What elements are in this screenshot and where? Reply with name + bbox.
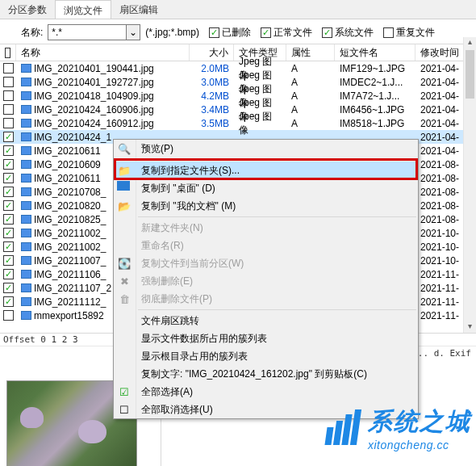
exif-text: .. d. Exif <box>418 348 471 359</box>
hdr-name[interactable]: 名称 <box>16 44 190 61</box>
chk-normal[interactable]: ✓正常文件 <box>261 26 312 40</box>
file-name: IMG_20210820_ <box>34 200 106 212</box>
trash-icon: 🗑 <box>117 292 132 306</box>
hdr-check[interactable] <box>0 44 16 61</box>
file-attr: A <box>286 63 335 74</box>
ctx-show-root-cluster[interactable]: 显示根目录占用的簇列表 <box>114 347 418 365</box>
scroll-down-icon[interactable]: ▾ <box>466 321 474 333</box>
row-checkbox[interactable]: ✓ <box>3 228 14 238</box>
ctx-perm-delete: 🗑彻底删除文件(P) <box>114 290 418 308</box>
row-checkbox[interactable]: ✓ <box>3 145 14 156</box>
file-name: IMG_20211007_ <box>34 255 106 267</box>
ext-hint: (*.jpg;*.bmp) <box>145 27 199 38</box>
row-checkbox[interactable]: ✓ <box>3 132 14 142</box>
file-icon <box>21 297 31 306</box>
file-icon <box>21 215 31 224</box>
row-checkbox[interactable]: ✓ <box>3 241 14 252</box>
row-checkbox[interactable] <box>3 310 14 321</box>
file-short: IM6456~1.JPG <box>335 104 415 115</box>
tab-sector[interactable]: 扇区编辑 <box>111 0 166 19</box>
file-short: IMDEC2~1.J... <box>335 77 415 88</box>
file-attr: A <box>286 104 335 115</box>
watermark-logo-icon <box>326 413 363 445</box>
hdr-size[interactable]: 大小 <box>190 44 234 61</box>
row-checkbox[interactable] <box>3 118 14 128</box>
file-icon <box>21 78 31 86</box>
ctx-new-folder: 新建文件夹(N) <box>114 219 418 237</box>
file-name: IMG_20210424_1 <box>34 132 111 143</box>
file-size: 2.0MB <box>190 63 234 74</box>
scrollbar[interactable]: ▴ ▾ <box>463 37 476 333</box>
row-checkbox[interactable]: ✓ <box>3 173 14 183</box>
chk-deleted[interactable]: ✓已删除 <box>209 26 251 40</box>
file-icon <box>21 91 31 100</box>
check-all-icon: ☑ <box>117 384 132 399</box>
ctx-select-all[interactable]: ☑全部选择(A) <box>114 383 418 401</box>
ctx-show-cluster[interactable]: 显示文件数据所占用的簇列表 <box>114 330 418 347</box>
file-size: 3.4MB <box>190 104 234 115</box>
file-name: IMG_20210418_104909.jpg <box>34 90 154 102</box>
scroll-thumb[interactable] <box>466 50 474 99</box>
chk-dup[interactable]: 重复文件 <box>383 26 435 40</box>
tabs: 分区参数 浏览文件 扇区编辑 <box>0 0 476 19</box>
row-checkbox[interactable]: ✓ <box>3 283 14 293</box>
watermark: 系统之城 xitongcheng.cc <box>326 405 471 451</box>
chk-system[interactable]: ✓系统文件 <box>322 26 374 40</box>
file-size: 4.2MB <box>190 90 234 102</box>
name-input[interactable] <box>48 27 126 38</box>
file-icon <box>21 64 31 73</box>
row-checkbox[interactable] <box>3 77 14 87</box>
row-checkbox[interactable]: ✓ <box>3 214 14 225</box>
row-checkbox[interactable]: ✓ <box>3 187 14 197</box>
preview-icon: 🔍 <box>117 141 132 156</box>
file-name: IMG_20211002_ <box>34 241 106 253</box>
file-name: IMG_20210401_190441.jpg <box>34 63 154 74</box>
tab-browse[interactable]: 浏览文件 <box>55 0 111 19</box>
file-name: IMG_20210611 <box>34 173 101 184</box>
folder-copy-icon: 📁 <box>117 163 132 178</box>
row-checkbox[interactable]: ✓ <box>3 200 14 211</box>
ctx-copy-desktop[interactable]: 复制到 "桌面" (D) <box>114 179 418 197</box>
row-checkbox[interactable]: ✓ <box>3 159 14 170</box>
uncheck-icon: ☐ <box>117 402 132 417</box>
scroll-up-icon[interactable]: ▴ <box>466 37 474 48</box>
ctx-copy-text[interactable]: 复制文字: "IMG_20210424_161202.jpg" 到剪贴板(C) <box>114 365 418 383</box>
file-icon <box>21 256 31 265</box>
file-icon <box>21 119 31 128</box>
file-size: 3.0MB <box>190 77 234 88</box>
ctx-preview[interactable]: 🔍预览(P) <box>114 140 418 157</box>
file-name: IMG_20210424_160906.jpg <box>34 104 154 115</box>
row-checkbox[interactable]: ✓ <box>3 296 14 307</box>
row-checkbox[interactable]: ✓ <box>3 255 14 266</box>
ctx-copy-to-folder[interactable]: 📁复制到指定文件夹(S)... <box>114 162 418 179</box>
file-attr: A <box>286 118 335 129</box>
tab-partition[interactable]: 分区参数 <box>0 0 55 19</box>
file-name: IMG_20211106_ <box>34 269 106 280</box>
row-checkbox[interactable] <box>3 104 14 115</box>
file-size: 3.5MB <box>190 118 234 129</box>
hdr-short[interactable]: 短文件名 <box>335 44 415 61</box>
file-icon <box>21 229 31 237</box>
name-combo[interactable]: ⌄ <box>48 24 140 40</box>
desktop-icon <box>117 181 130 191</box>
file-short: IM7A72~1.J... <box>335 90 415 102</box>
row-checkbox[interactable]: ✓ <box>3 269 14 279</box>
file-icon <box>21 270 31 279</box>
file-short: IM8518~1.JPG <box>335 118 415 129</box>
docs-icon: 📂 <box>117 199 132 213</box>
chevron-down-icon[interactable]: ⌄ <box>126 25 140 40</box>
hdr-attr[interactable]: 属性 <box>286 44 335 61</box>
ctx-copy-docs[interactable]: 📂复制到 "我的文档" (M) <box>114 197 418 215</box>
file-icon <box>21 160 31 169</box>
context-menu: 🔍预览(P) 📁复制到指定文件夹(S)... 复制到 "桌面" (D) 📂复制到… <box>113 139 419 419</box>
file-icon <box>21 187 31 196</box>
row-checkbox[interactable] <box>3 90 14 101</box>
watermark-url: xitongcheng.cc <box>368 439 449 451</box>
ctx-sector-jump[interactable]: 文件扇区跳转 <box>114 312 418 330</box>
table-row[interactable]: IMG_20210424_160912.jpg3.5MBJpeg 图像AIM85… <box>0 116 476 130</box>
file-name: IMG_20211107_2 <box>34 283 111 294</box>
file-name: IMG_20211112_ <box>34 296 106 308</box>
partition-icon: 💽 <box>117 256 132 271</box>
file-icon <box>21 311 31 320</box>
row-checkbox[interactable] <box>3 63 14 73</box>
